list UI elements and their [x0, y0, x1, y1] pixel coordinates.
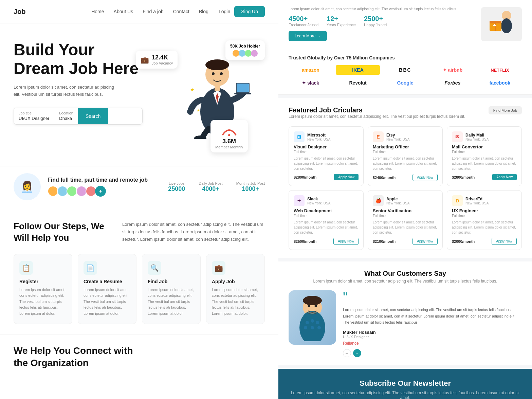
job-title-label: Job title: [19, 111, 49, 115]
svg-point-26: [306, 321, 309, 324]
rp-stat-happy: 2500+ Happy Joined: [364, 15, 387, 27]
rp-stat-experience: 12+ Years Experience: [327, 15, 356, 27]
nav-blog[interactable]: Blog: [199, 9, 208, 14]
find-more-button[interactable]: Find More Job: [489, 106, 522, 114]
job-card-microsoft: ⊞ Microsoft New York, USA Visual Designe…: [289, 126, 364, 186]
nav-about[interactable]: About Us: [114, 9, 133, 14]
drivered-logo: D: [452, 195, 463, 206]
logo-revolut: Revolut: [336, 78, 380, 88]
resume-icon: 📄: [84, 261, 97, 275]
step-register: 📋 Register Lorem ipsum dolor sit amet, c…: [14, 254, 72, 324]
find-text: Find full time, part time and remote job…: [48, 177, 161, 197]
job-card-apple: 🍎 Apple New York, USA Senior Varificatio…: [368, 190, 443, 250]
svg-point-32: [308, 305, 310, 307]
step-find-desc: Lorem ipsum dolor sit amet, cons ectetur…: [148, 287, 195, 317]
step-apply-desc: Lorem ipsum dolor sit amet, cons ectetur…: [212, 287, 259, 317]
dailymail-logo: ✉: [452, 131, 463, 142]
apply-dailymail-button[interactable]: Apply Now: [492, 174, 517, 180]
find-title: Find full time, part time and remote job: [48, 177, 161, 183]
job-title-field[interactable]: Job title UI/UX Designer: [14, 108, 54, 124]
navbar: Job Home About Us Find a job Contact Blo…: [0, 0, 278, 23]
hero-left: Build Your Dream Job Here Lorem ipsum do…: [14, 37, 143, 125]
search-button[interactable]: Search: [78, 108, 108, 124]
logo-forbes: Forbes: [430, 78, 474, 88]
hero-description: Lorem ipsum dolor sit amet, con sectetur…: [14, 84, 115, 98]
apply-drivered-button[interactable]: Apply Now: [492, 238, 517, 245]
featured-header-left: Featured Job Criculars Lorem ipsum dolor…: [289, 106, 465, 124]
svg-point-27: [311, 319, 314, 323]
job-footer-3: $2500/month Apply Now: [294, 238, 359, 245]
featured-title: Featured Job Criculars: [289, 106, 465, 114]
location-value: Dhaka: [59, 116, 73, 121]
hero-title: Build Your Dream Job Here: [14, 40, 143, 78]
svg-point-29: [304, 326, 307, 329]
testimonial-nav: ← →: [343, 349, 522, 357]
member-card: 3.6M Member Monthly: [210, 120, 248, 152]
job-card-top-0: ⊞ Microsoft New York, USA: [294, 131, 359, 142]
quote-icon: ": [343, 290, 522, 304]
job-card-dailymail: ✉ Daily Mail New York, USA Mail Converto…: [447, 126, 522, 186]
testimonial-content: " Lorem ipsum dolor sit amet, con sectet…: [289, 290, 522, 357]
rp-hero-image: [481, 7, 522, 41]
job-title-value: UI/UX Designer: [19, 116, 49, 121]
follow-steps-section: Follow Our Steps, We Will Help You Lorem…: [0, 207, 278, 334]
testimonial-next-button[interactable]: →: [353, 349, 361, 357]
find-image: 👩‍💼: [14, 173, 41, 200]
svg-point-12: [220, 72, 223, 75]
etsy-logo: E: [373, 131, 384, 142]
nav-contact[interactable]: Contact: [173, 9, 189, 14]
job-card-slack: ✦ Slack New York, USA Web Development Fu…: [289, 190, 364, 250]
svg-point-28: [316, 321, 319, 324]
apple-logo: 🍎: [373, 195, 384, 206]
job-footer-4: $2100/month Apply Now: [373, 238, 438, 245]
svg-rect-3: [215, 84, 220, 91]
step-resume-desc: Lorem ipsum dolor sit amet, cons ectetur…: [84, 287, 131, 317]
apply-slack-button[interactable]: Apply Now: [333, 238, 359, 245]
logo-bbc: BBC: [383, 65, 427, 75]
dailymail-info: Daily Mail New York, USA: [465, 133, 517, 141]
trusted-title: Trusted Globally by Over 75 Million Comp…: [289, 55, 522, 60]
hero-section: Build Your Dream Job Here Lorem ipsum do…: [0, 23, 278, 166]
job-footer-0: $2800/month Apply Now: [294, 174, 359, 180]
rp-hero-stats: 4500+ Freelancer Joined 12+ Years Experi…: [289, 15, 474, 27]
login-button[interactable]: Login: [219, 9, 230, 14]
logo-google: Google: [383, 78, 427, 88]
step-apply-job: 💼 Apply Job Lorem ipsum dolor sit amet, …: [206, 254, 265, 324]
testimonial-prev-button[interactable]: ←: [343, 349, 351, 357]
svg-rect-8: [234, 93, 251, 94]
avatar-more: +: [95, 186, 106, 197]
follow-header: Follow Our Steps, We Will Help You Lorem…: [14, 221, 265, 244]
logo-netflix: NETFLIX: [478, 66, 522, 75]
job-card-etsy: E Etsy New York, USA Marketing Officer F…: [368, 126, 443, 186]
member-label: Member Monthly: [215, 145, 243, 149]
find-job-icon: 🔍: [148, 261, 161, 275]
learn-more-button[interactable]: Learn More →: [289, 31, 327, 41]
nav-home[interactable]: Home: [91, 9, 104, 14]
step-register-title: Register: [19, 279, 67, 284]
member-number: 3.6M: [215, 138, 243, 145]
logo-ikea: IKEA: [336, 65, 380, 75]
nav-find-job[interactable]: Find a job: [143, 9, 163, 14]
nav-links: Home About Us Find a job Contact Blog: [91, 8, 208, 15]
newsletter-section: Subscribe Our Newsletter Lorem ipsum dol…: [278, 369, 532, 399]
location-field[interactable]: Location Dhaka: [54, 108, 78, 124]
svg-point-33: [315, 305, 317, 307]
steps-grid: 📋 Register Lorem ipsum dolor sit amet, c…: [14, 254, 265, 324]
find-avatars: +: [48, 186, 161, 197]
apply-etsy-button[interactable]: Apply Now: [412, 174, 438, 181]
microsoft-info: Microsoft New York, USA: [307, 133, 359, 141]
drivered-info: DriverEd New York, USA: [465, 197, 517, 205]
rp-hero-text: Lorem ipsum dolor sit amet, con sectetur…: [289, 7, 474, 41]
apply-microsoft-button[interactable]: Apply Now: [334, 174, 359, 180]
stat-daily-jobs: Daily Job Post 4000+: [199, 181, 222, 193]
apply-apple-button[interactable]: Apply Now: [412, 238, 438, 245]
svg-point-24: [303, 296, 322, 305]
signup-button[interactable]: Sing Up: [234, 6, 265, 17]
rp-hero-subtitle: Lorem ipsum dolor sit amet, con sectetur…: [289, 7, 474, 11]
svg-point-16: [228, 134, 230, 136]
job-footer-5: $2000/month Apply Now: [452, 238, 517, 245]
step-find-job: 🔍 Find Job Lorem ipsum dolor sit amet, c…: [142, 254, 201, 324]
connect-title: We Help You Connect with the Organizatio…: [14, 345, 265, 369]
job-card-top-4: 🍎 Apple New York, USA: [373, 195, 438, 206]
right-panel: Lorem ipsum dolor sit amet, con sectetur…: [278, 0, 532, 399]
